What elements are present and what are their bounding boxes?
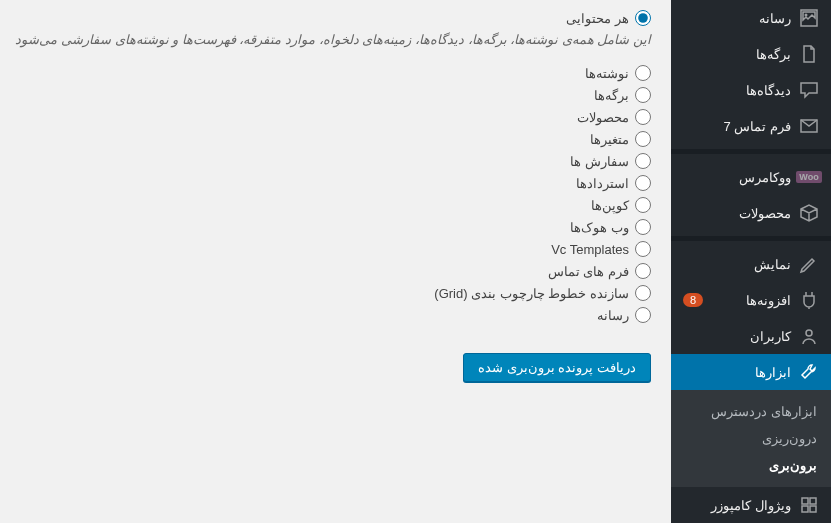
svg-rect-5 (802, 506, 808, 512)
sidebar-item-appearance[interactable]: نمایش (671, 246, 831, 282)
sidebar-item-contact7[interactable]: فرم تماس 7 (671, 108, 831, 144)
radio-vc-templates[interactable] (635, 241, 651, 257)
sidebar-item-tools[interactable]: ابزارها (671, 354, 831, 390)
radio-label[interactable]: رسانه (597, 308, 629, 323)
option-orders: سفارش ها (0, 153, 651, 169)
radio-grid-builder[interactable] (635, 285, 651, 301)
option-contact-forms: فرم های تماس (0, 263, 651, 279)
submenu-export[interactable]: برون‌بری (671, 452, 831, 479)
svg-rect-6 (810, 506, 816, 512)
svg-point-2 (806, 330, 812, 336)
radio-coupons[interactable] (635, 197, 651, 213)
option-refunds: استردادها (0, 175, 651, 191)
sidebar-item-woocommerce[interactable]: Woo ووکامرس (671, 159, 831, 195)
sidebar-label: کاربران (683, 329, 791, 344)
comments-icon (799, 80, 819, 100)
radio-label[interactable]: متغیرها (590, 132, 629, 147)
products-icon (799, 203, 819, 223)
option-all-content: هر محتوایی (0, 10, 651, 26)
radio-label[interactable]: محصولات (577, 110, 629, 125)
radio-contact-forms[interactable] (635, 263, 651, 279)
radio-label[interactable]: برگه‌ها (594, 88, 629, 103)
option-grid-builder: سازنده خطوط چارچوب بندی (Grid) (0, 285, 651, 301)
sidebar-label: نمایش (683, 257, 791, 272)
radio-refunds[interactable] (635, 175, 651, 191)
sidebar-label: ووکامرس (683, 170, 791, 185)
export-form: هر محتوایی این شامل همه‌ی نوشته‌ها، برگه… (0, 0, 671, 523)
menu-separator (671, 149, 831, 154)
appearance-icon (799, 254, 819, 274)
sidebar-label: افزونه‌ها (707, 293, 791, 308)
submit-area: دریافت پرونده برون‌بری شده (0, 353, 651, 382)
sidebar-label: فرم تماس 7 (683, 119, 791, 134)
radio-variations[interactable] (635, 131, 651, 147)
vc-icon (799, 495, 819, 515)
option-products: محصولات (0, 109, 651, 125)
sidebar-item-plugins[interactable]: افزونه‌ها 8 (671, 282, 831, 318)
radio-label[interactable]: فرم های تماس (548, 264, 629, 279)
media-icon (799, 8, 819, 28)
sidebar-item-comments[interactable]: دیدگاه‌ها (671, 72, 831, 108)
submenu-available-tools[interactable]: ابزارهای دردسترس (671, 398, 831, 425)
menu-separator (671, 236, 831, 241)
admin-sidebar: رسانه برگه‌ها دیدگاه‌ها فرم تماس 7 Woo و… (671, 0, 831, 523)
sidebar-item-vc[interactable]: ویژوال کامپوزر (671, 487, 831, 523)
plugins-icon (799, 290, 819, 310)
option-variations: متغیرها (0, 131, 651, 147)
sidebar-label: ویژوال کامپوزر (683, 498, 791, 513)
radio-label[interactable]: وب هوک‌ها (570, 220, 629, 235)
sidebar-label: محصولات (683, 206, 791, 221)
option-webhooks: وب هوک‌ها (0, 219, 651, 235)
option-coupons: کوپن‌ها (0, 197, 651, 213)
pages-icon (799, 44, 819, 64)
option-media: رسانه (0, 307, 651, 323)
svg-rect-4 (810, 498, 816, 504)
sidebar-label: رسانه (683, 11, 791, 26)
sidebar-label: دیدگاه‌ها (683, 83, 791, 98)
radio-label[interactable]: سفارش ها (570, 154, 629, 169)
option-vc-templates: Vc Templates (0, 241, 651, 257)
radio-webhooks[interactable] (635, 219, 651, 235)
users-icon (799, 326, 819, 346)
plugins-badge: 8 (683, 293, 703, 307)
radio-pages[interactable] (635, 87, 651, 103)
sidebar-item-users[interactable]: کاربران (671, 318, 831, 354)
radio-orders[interactable] (635, 153, 651, 169)
sidebar-item-pages[interactable]: برگه‌ها (671, 36, 831, 72)
svg-point-0 (805, 14, 808, 17)
radio-label[interactable]: استردادها (576, 176, 629, 191)
radio-posts[interactable] (635, 65, 651, 81)
radio-all-content[interactable] (635, 10, 651, 26)
sidebar-label: ابزارها (683, 365, 791, 380)
radio-label[interactable]: کوپن‌ها (591, 198, 629, 213)
sidebar-item-products[interactable]: محصولات (671, 195, 831, 231)
option-posts: نوشته‌ها (0, 65, 651, 81)
option-pages: برگه‌ها (0, 87, 651, 103)
submenu-import[interactable]: درون‌ریزی (671, 425, 831, 452)
contact-icon (799, 116, 819, 136)
radio-label[interactable]: سازنده خطوط چارچوب بندی (Grid) (434, 286, 629, 301)
radio-media[interactable] (635, 307, 651, 323)
sidebar-item-media[interactable]: رسانه (671, 0, 831, 36)
svg-rect-3 (802, 498, 808, 504)
radio-label[interactable]: هر محتوایی (566, 11, 629, 26)
woo-icon: Woo (799, 167, 819, 187)
download-export-button[interactable]: دریافت پرونده برون‌بری شده (463, 353, 651, 382)
sidebar-label: برگه‌ها (683, 47, 791, 62)
radio-label[interactable]: نوشته‌ها (585, 66, 629, 81)
tools-icon (799, 362, 819, 382)
radio-label[interactable]: Vc Templates (551, 242, 629, 257)
radio-products[interactable] (635, 109, 651, 125)
all-content-description: این شامل همه‌ی نوشته‌ها، برگه‌ها، دیدگاه… (0, 32, 651, 47)
tools-submenu: ابزارهای دردسترس درون‌ریزی برون‌بری (671, 390, 831, 487)
